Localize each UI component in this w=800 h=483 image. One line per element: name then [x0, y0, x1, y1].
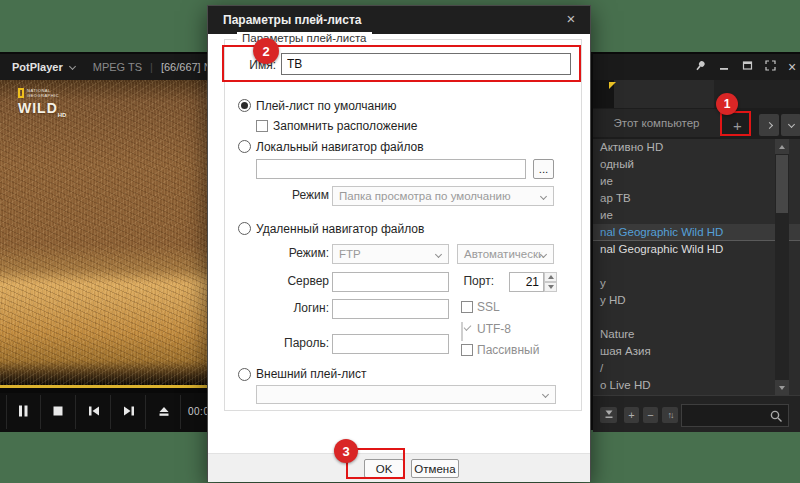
list-item[interactable]: шая Азия: [593, 343, 800, 360]
list-item[interactable]: nal Geographic Wild HD: [593, 224, 800, 241]
pin-icon: [694, 58, 707, 76]
cancel-button[interactable]: Отмена: [411, 459, 459, 478]
sort-button[interactable]: ↑↓: [662, 407, 678, 423]
eject-button[interactable]: [156, 403, 172, 419]
locate-current-button[interactable]: [600, 407, 617, 423]
scroll-up-button[interactable]: [775, 139, 789, 154]
browse-button[interactable]: ...: [533, 159, 554, 179]
chevron-down-icon: [435, 250, 442, 257]
password-input[interactable]: [332, 334, 449, 354]
chevron-right-icon: [765, 121, 772, 128]
remove-item-button[interactable]: −: [643, 407, 658, 423]
scrollbar-thumb[interactable]: [776, 155, 788, 213]
search-icon: [769, 409, 783, 427]
dialog-close-button[interactable]: ×: [562, 10, 580, 27]
app-menu-button[interactable]: PotPlayer: [12, 61, 63, 73]
restore-button[interactable]: [740, 60, 754, 74]
stop-button[interactable]: [50, 403, 66, 419]
list-item[interactable]: nal Geographic Wild HD: [593, 241, 800, 258]
radio-remote-navigator[interactable]: [238, 222, 251, 235]
next-button[interactable]: [121, 403, 137, 419]
playlist-list: Активно HDодныйиеар ТВиеnal Geographic W…: [593, 139, 800, 395]
checkbox-remember-label: Запомнить расположение: [273, 119, 417, 133]
port-stepper[interactable]: [544, 272, 557, 292]
expand-button[interactable]: [763, 60, 777, 74]
list-item[interactable]: Активно HD: [593, 139, 800, 156]
protocol-dropdown[interactable]: FTP: [332, 244, 449, 264]
port-label: Порт:: [454, 274, 494, 288]
search-input[interactable]: [682, 405, 762, 426]
annotation-badge-1: 1: [716, 93, 738, 115]
add-icon: +: [628, 409, 634, 421]
minimize-icon: [718, 58, 730, 76]
restore-icon: [741, 58, 754, 76]
list-item[interactable]: Nature: [593, 326, 800, 343]
tab-list-dropdown-button[interactable]: [781, 114, 800, 136]
triangle-up-icon: [779, 145, 785, 149]
checkbox-passive[interactable]: [461, 344, 473, 356]
locate-current-icon: [603, 408, 615, 422]
list-item[interactable]: у: [593, 275, 800, 292]
checkbox-ssl[interactable]: [461, 301, 473, 313]
list-item[interactable]: /: [593, 360, 800, 377]
remove-icon: −: [647, 409, 653, 421]
stepper-down-button[interactable]: [544, 282, 557, 292]
login-input[interactable]: [332, 299, 449, 319]
triangle-up-icon: [548, 275, 554, 279]
mode-local-dropdown[interactable]: Папка просмотра по умолчанию: [332, 186, 554, 206]
eject-icon: [157, 404, 171, 418]
tab-this-computer[interactable]: Этот компьютер: [593, 109, 720, 137]
radio-local-label: Локальный навигатор файлов: [256, 140, 424, 154]
radio-local-navigator[interactable]: [238, 140, 251, 153]
list-item[interactable]: одный: [593, 156, 800, 173]
stop-icon: [51, 404, 65, 418]
list-item[interactable]: ие: [593, 173, 800, 190]
triangle-down-icon: [548, 285, 554, 289]
add-item-button[interactable]: +: [624, 407, 639, 423]
pin-button[interactable]: [693, 60, 707, 74]
sort-icon: ↑↓: [668, 410, 673, 420]
password-label: Пароль:: [249, 336, 329, 350]
close-button[interactable]: ×: [785, 60, 799, 74]
dialog-title: Параметры плей-листа: [223, 13, 361, 27]
playlist-scrollbar[interactable]: [775, 139, 789, 395]
local-path-input[interactable]: [256, 159, 526, 179]
previous-button[interactable]: [86, 403, 102, 419]
list-item[interactable]: [593, 309, 800, 326]
tab-playlist[interactable]: [614, 80, 714, 108]
titlebar-separator: |: [150, 61, 153, 73]
radio-remote-label: Удаленный навигатор файлов: [256, 222, 424, 236]
radio-external-playlist[interactable]: [238, 368, 251, 381]
radio-external-label: Внешний плей-лист: [256, 367, 366, 381]
list-item[interactable]: ие: [593, 207, 800, 224]
list-item[interactable]: у HD: [593, 292, 800, 309]
radio-default-label: Плей-лист по умолчанию: [256, 99, 397, 113]
checkbox-utf8: [461, 322, 463, 341]
tab-strip-top: [593, 80, 800, 108]
pause-button[interactable]: [15, 403, 31, 419]
wild-logo-text: WILDHD: [18, 100, 66, 118]
chevron-down-icon: [542, 391, 549, 398]
radio-default-playlist[interactable]: [238, 99, 251, 112]
external-playlist-dropdown[interactable]: [256, 385, 556, 404]
scroll-down-button[interactable]: [775, 380, 789, 395]
tab-scroll-next-button[interactable]: [759, 114, 779, 136]
active-tab-marker-icon: [609, 82, 616, 89]
natgeo-frame-icon: [18, 88, 24, 98]
playlist-toolbar: + − ↑↓: [593, 395, 800, 432]
mode-local-label: Режим: [249, 188, 329, 202]
checkbox-remember-location[interactable]: [256, 120, 268, 132]
annotation-badge-3: 3: [334, 439, 358, 463]
stepper-up-button[interactable]: [544, 272, 557, 282]
list-item[interactable]: [593, 258, 800, 275]
server-input[interactable]: [332, 272, 449, 292]
port-input[interactable]: [509, 272, 544, 292]
list-item[interactable]: ар ТВ: [593, 190, 800, 207]
chevron-down-icon: [69, 62, 76, 69]
encoding-dropdown[interactable]: Автоматически: [457, 244, 554, 264]
previous-icon: [87, 404, 101, 418]
list-item[interactable]: о Live HD: [593, 377, 800, 394]
tab-strip-bottom: Этот компьютер +: [593, 108, 800, 137]
minimize-button[interactable]: [717, 60, 731, 74]
mode-remote-label: Режим:: [249, 246, 329, 260]
